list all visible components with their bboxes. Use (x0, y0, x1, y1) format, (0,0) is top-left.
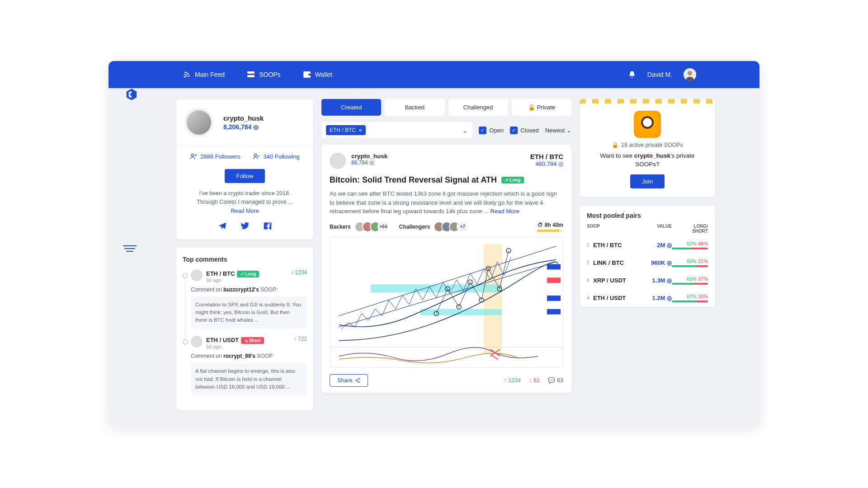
followers-icon (190, 153, 197, 160)
post-pair: ETH / BTC (530, 153, 563, 160)
top-comments-title: Top comments (183, 256, 307, 263)
long-badge: ↗ Long (237, 271, 259, 277)
tab-challenged[interactable]: Challenged (448, 99, 508, 116)
chip-remove-icon[interactable]: ✕ (359, 128, 362, 133)
sort-dropdown[interactable]: Newest ⌄ (545, 127, 571, 134)
svg-rect-4 (308, 74, 311, 75)
pool-title: Most pooled pairs (580, 206, 715, 224)
comment-item[interactable]: ETH / BTC ↗ Long 3d ago ↑ 1234 Comment o… (191, 269, 307, 336)
pool-pair: ETH / USDT (593, 295, 645, 301)
svg-point-25 (359, 378, 360, 380)
pool-long-short: 69% 31% (672, 258, 708, 267)
challengers-more: +7 (457, 221, 468, 232)
pool-header: SOOP VALUE LONG/ SHORT (580, 224, 715, 236)
nav-wallet[interactable]: Wallet (303, 71, 332, 78)
app-logo[interactable] (124, 87, 139, 102)
pool-row[interactable]: 2 LINK / BTC 960K ◎ 69% 31% (580, 254, 715, 272)
checkbox-icon: ✓ (510, 127, 518, 134)
post-read-more[interactable]: Read More (491, 208, 519, 215)
pool-row[interactable]: 1 ETH / BTC 2M ◎ 52% 48% (580, 236, 715, 254)
comment-body: A flat channel begins to emerge, this is… (191, 363, 307, 395)
svg-point-19 (506, 248, 511, 253)
twitter-icon[interactable] (241, 221, 250, 230)
comments-count[interactable]: 💬 63 (548, 377, 563, 384)
backers-label: Backers (330, 224, 351, 230)
comment-avatar (191, 336, 203, 347)
nav-main-feed[interactable]: Main Feed (183, 71, 225, 78)
tab-created[interactable]: Created (321, 99, 381, 116)
following-stat[interactable]: 340 Following (253, 153, 299, 160)
comment-item[interactable]: ETH / USDT ↘ Short 5d ago ↑ 722 Comment … (191, 336, 307, 403)
pool-row[interactable]: 3 XRP / USDT 1.3M ◎ 63% 37% (580, 272, 715, 289)
nav-soops-label: SOOPs (259, 71, 280, 78)
pool-value: 960K ◎ (645, 259, 672, 266)
pool-row[interactable]: 4 ETH / USDT 1.2M ◎ 67% 33% (580, 289, 715, 307)
post-timer: ⏱ 8h 40m (537, 222, 563, 232)
wallet-icon (303, 71, 311, 78)
pool-value: 1.3M ◎ (645, 277, 672, 284)
following-icon (253, 153, 260, 160)
comment-votes[interactable]: ↑ 722 (294, 336, 307, 342)
pool-pair: XRP / USDT (593, 277, 645, 284)
filter-chip: ETH / BTC✕ (326, 125, 366, 135)
join-button[interactable]: Join (630, 174, 665, 188)
pool-value: 2M ◎ (645, 242, 672, 249)
profile-balance: 8,206,784 ◎ (223, 123, 264, 131)
facebook-icon[interactable] (263, 221, 272, 230)
nav-soops[interactable]: SOOPs (247, 71, 280, 78)
long-badge: ↗ Long (501, 177, 524, 183)
profile-bio: I've been a crypto trader since 2018. Th… (184, 189, 305, 206)
post-username[interactable]: crypto_husk (351, 153, 387, 160)
tab-private[interactable]: 🔒Private (512, 99, 571, 116)
pool-long-short: 67% 33% (672, 294, 708, 302)
pair-filter-select[interactable]: ETH / BTC✕ ⌄ (321, 122, 472, 138)
post-title: Bitcoin: Solid Trend Reversal Signal at … (330, 175, 563, 185)
checkbox-icon: ✓ (479, 127, 486, 134)
post-avatar[interactable] (330, 153, 346, 169)
bio-read-more[interactable]: Read More (184, 208, 305, 214)
svg-rect-22 (547, 296, 561, 301)
upvotes[interactable]: ↑ 1234 (504, 377, 521, 384)
svg-point-7 (192, 154, 194, 156)
profile-avatar[interactable] (184, 108, 213, 137)
private-soops-card: 🔒 18 active private SOOPs Want to see cr… (580, 99, 715, 197)
current-user-name[interactable]: David M. (647, 71, 672, 78)
short-badge: ↘ Short (241, 337, 264, 344)
follow-button[interactable]: Follow (225, 169, 265, 183)
filter-open-checkbox[interactable]: ✓Open (479, 127, 504, 134)
soops-icon (247, 71, 255, 78)
soop-post: crypto_husk 86,784 ◎ ETH / BTC 460,784 ◎… (321, 145, 571, 393)
chevron-down-icon: ⌄ (462, 126, 468, 135)
pool-long-short: 52% 48% (672, 241, 708, 249)
backers-avatars[interactable]: +64 (354, 221, 389, 232)
svg-rect-1 (247, 71, 255, 74)
private-text: Want to see crypto_husk's private SOOPs? (589, 152, 706, 169)
followers-stat[interactable]: 2886 Followers (190, 153, 240, 160)
telegram-icon[interactable] (218, 221, 227, 230)
challengers-avatars[interactable]: +7 (434, 221, 468, 232)
svg-point-6 (688, 71, 692, 75)
profile-card: crypto_husk 8,206,784 ◎ 2886 Followers 3… (176, 99, 313, 239)
profile-username: crypto_husk (223, 114, 264, 122)
feed-icon (183, 71, 190, 78)
post-amount: 460,784 ◎ (530, 160, 563, 167)
backers-more: +64 (377, 221, 389, 232)
top-comments-card: Top comments ETH / BTC ↗ Long 3d ago ↑ 1… (176, 248, 313, 411)
comment-pair: ETH / USDT (206, 337, 239, 343)
filter-closed-checkbox[interactable]: ✓Closed (510, 127, 538, 134)
svg-point-27 (359, 381, 360, 383)
nav-feed-label: Main Feed (195, 71, 225, 78)
current-user-avatar[interactable] (684, 68, 696, 81)
notifications-icon[interactable] (628, 70, 636, 79)
svg-rect-2 (247, 75, 255, 77)
share-button[interactable]: Share (330, 374, 368, 387)
pool-value: 1.2M ◎ (645, 295, 672, 301)
comment-votes[interactable]: ↑ 1234 (291, 269, 307, 276)
post-chart[interactable] (330, 237, 563, 368)
downvotes[interactable]: ↓ 61 (529, 377, 540, 384)
tab-backed[interactable]: Backed (385, 99, 444, 116)
comment-ref: Comment on buzzcrypt12's SOOP: (191, 286, 307, 293)
challengers-label: Challengers (399, 224, 430, 230)
menu-toggle-icon[interactable] (123, 245, 137, 252)
pool-pair: LINK / BTC (593, 259, 645, 266)
